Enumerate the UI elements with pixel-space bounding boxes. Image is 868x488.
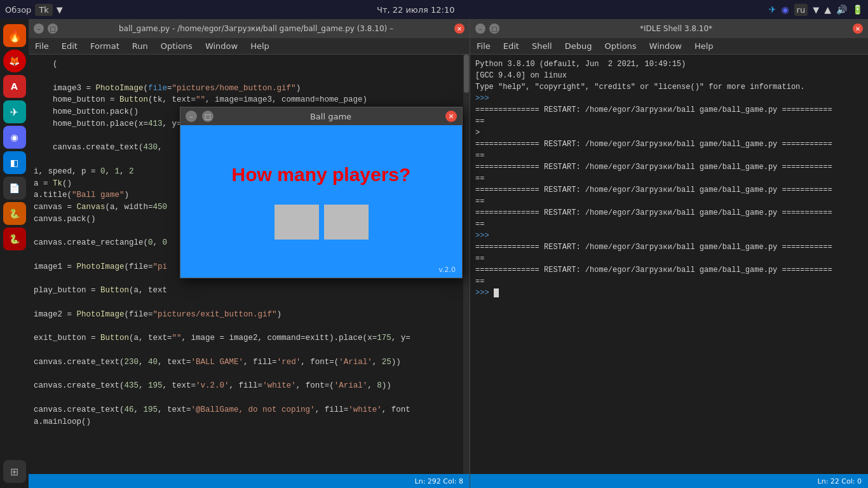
shell-line: == — [475, 253, 863, 264]
shell-menu-bar: File Edit Shell Debug Options Window Hel… — [470, 38, 868, 55]
shell-close-btn[interactable]: ✕ — [853, 24, 863, 34]
shell-line: == — [475, 173, 863, 184]
shell-menu-file[interactable]: File — [474, 40, 493, 52]
code-line: ( — [34, 58, 465, 71]
taskbar-tk[interactable]: Tk — [35, 4, 52, 16]
editor-menu-edit[interactable]: Edit — [59, 40, 80, 52]
shell-menu-window[interactable]: Window — [647, 40, 684, 52]
code-line — [34, 71, 465, 83]
code-line: canvas.create_text(46, 195, text='@BallG… — [34, 404, 465, 416]
code-line: a.mainloop() — [34, 416, 465, 428]
discord-icon[interactable]: ◉ — [3, 126, 26, 149]
editor-menu-options[interactable]: Options — [158, 40, 195, 52]
modal-question: How many players? — [232, 164, 411, 186]
editor-scrollbar[interactable] — [463, 55, 470, 474]
telegram-tray-icon: ✈ — [769, 4, 776, 15]
shell-line: == — [475, 116, 863, 127]
modal-titlebar: – □ Ball game ✕ — [180, 107, 462, 125]
file-icon-1[interactable]: 📄 — [3, 177, 26, 200]
shell-restart-line: ============== RESTART: /home/egor/Загру… — [475, 207, 863, 219]
shell-restart-line: ============== RESTART: /home/egor/Загру… — [475, 139, 863, 150]
modal-player2-btn[interactable] — [324, 205, 369, 240]
dropdown-lang-icon[interactable]: ▼ — [813, 5, 819, 15]
modal-version: v.2.0 — [438, 266, 456, 274]
code-line: home_button = Button(tk, text="", image=… — [34, 94, 465, 106]
wifi-icon: ▲ — [824, 4, 831, 15]
modal-close-btn[interactable]: ✕ — [445, 111, 457, 122]
shell-line: > — [475, 127, 863, 139]
battery-icon: 🔋 — [852, 4, 863, 15]
vscode-icon[interactable]: ◧ — [3, 151, 26, 174]
shell-restart-line: ============== RESTART: /home/egor/Загру… — [475, 161, 863, 173]
firefox-icon[interactable]: 🦊 — [3, 50, 26, 72]
shell-line: == — [475, 276, 863, 287]
shell-prompt: >>> — [475, 287, 863, 299]
editor-menu-bar: File Edit Format Run Options Window Help — [29, 38, 470, 55]
app-icon-1[interactable]: A — [3, 75, 26, 98]
shell-titlebar: – □ *IDLE Shell 3.8.10* ✕ — [470, 19, 868, 38]
code-line: canvas.create_text(230, 40, text='BALL G… — [34, 356, 465, 369]
taskbar-overview[interactable]: Обзор — [5, 5, 31, 15]
editor-menu-run[interactable]: Run — [130, 40, 151, 52]
lang-indicator[interactable]: ru — [794, 4, 808, 16]
shell-line: Python 3.8.10 (default, Jun 2 2021, 10:4… — [475, 58, 863, 70]
editor-close-btn[interactable]: ✕ — [454, 24, 465, 34]
discord-tray-icon: ◉ — [781, 4, 789, 15]
editor-titlebar: – □ ball_game.py - /home/egor/Загрузки/b… — [29, 19, 470, 38]
editor-menu-window[interactable]: Window — [203, 40, 240, 52]
code-line — [34, 321, 465, 333]
shell-restart-line: ============== RESTART: /home/egor/Загру… — [475, 104, 863, 116]
taskbar: Обзор Tk ▼ Чт, 22 июля 12:10 ✈ ◉ ru ▼ ▲ … — [0, 0, 868, 19]
shell-restart-line: ============== RESTART: /home/egor/Загру… — [475, 264, 863, 276]
shell-title: *IDLE Shell 3.8.10* — [499, 24, 853, 33]
grid-icon[interactable]: ⊞ — [3, 460, 26, 483]
code-line — [34, 344, 465, 356]
file-icon-2[interactable]: 🐍 — [3, 202, 26, 225]
shell-menu-shell[interactable]: Shell — [529, 40, 555, 52]
shell-prompt: >>> — [475, 230, 863, 241]
editor-maximize-btn[interactable]: □ — [48, 24, 58, 34]
modal-content: How many players? v.2.0 — [180, 125, 462, 278]
shell-menu-help[interactable]: Help — [692, 40, 716, 52]
modal-player1-btn[interactable] — [275, 205, 319, 240]
editor-menu-help[interactable]: Help — [248, 40, 272, 52]
shell-maximize-btn[interactable]: □ — [489, 24, 499, 34]
modal-title: Ball game — [216, 112, 445, 121]
file-icon-3[interactable]: 🐍 — [3, 227, 26, 250]
editor-menu-format[interactable]: Format — [88, 40, 122, 52]
code-line: image2 = PhotoImage(file="pictures/exit_… — [34, 309, 465, 321]
editor-title: ball_game.py - /home/egor/Загрузки/ball … — [58, 24, 454, 33]
code-line — [34, 297, 465, 309]
shell-minimize-btn[interactable]: – — [475, 24, 485, 34]
editor-minimize-btn[interactable]: – — [34, 24, 44, 34]
shell-line: == — [475, 219, 863, 230]
editor-status-bar: Ln: 292 Col: 8 — [29, 474, 470, 488]
shell-line: == — [475, 196, 863, 207]
modal-maximize-btn[interactable]: □ — [202, 111, 214, 122]
code-line — [34, 392, 465, 404]
code-line: play_button = Button(a, text — [34, 285, 465, 297]
code-line: exit_button = Button(a, text="", image =… — [34, 332, 465, 344]
shell-restart-line: ============== RESTART: /home/egor/Загру… — [475, 241, 863, 253]
shell-line-col: Ln: 22 Col: 0 — [818, 477, 862, 485]
modal-buttons — [275, 205, 369, 240]
shell-line: [GCC 9.4.0] on linux — [475, 70, 863, 81]
shell-status-bar: Ln: 22 Col: 0 — [470, 474, 868, 488]
shell-window: – □ *IDLE Shell 3.8.10* ✕ File Edit Shel… — [470, 19, 868, 488]
taskbar-dropdown-icon[interactable]: ▼ — [57, 5, 63, 15]
editor-menu-file[interactable]: File — [32, 40, 51, 52]
code-line — [34, 369, 465, 381]
code-line: image3 = PhotoImage(file="pictures/home_… — [34, 83, 465, 95]
shell-menu-debug[interactable]: Debug — [562, 40, 595, 52]
shell-menu-edit[interactable]: Edit — [501, 40, 522, 52]
ubuntu-icon[interactable]: 🔥 — [3, 24, 26, 47]
volume-icon: 🔊 — [836, 4, 847, 15]
shell-output-area[interactable]: Python 3.8.10 (default, Jun 2 2021, 10:4… — [470, 55, 868, 474]
shell-menu-options[interactable]: Options — [602, 40, 639, 52]
code-line: canvas.create_text(435, 195, text='v.2.0… — [34, 380, 465, 392]
ball-game-modal: – □ Ball game ✕ How many players? v.2.0 — [180, 107, 463, 278]
shell-prompt: >>> — [475, 93, 863, 104]
shell-restart-line: ============== RESTART: /home/egor/Загру… — [475, 184, 863, 196]
telegram-icon[interactable]: ✈ — [3, 100, 26, 123]
modal-minimize-btn[interactable]: – — [186, 111, 197, 122]
